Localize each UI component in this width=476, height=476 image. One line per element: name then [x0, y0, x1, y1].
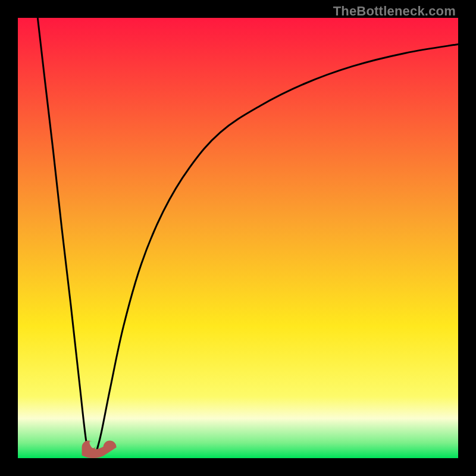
watermark-label: TheBottleneck.com: [333, 4, 456, 19]
gradient-background: [18, 18, 458, 458]
chart-svg: [18, 18, 458, 458]
chart-frame: TheBottleneck.com: [0, 0, 476, 476]
plot-area: [18, 18, 458, 458]
